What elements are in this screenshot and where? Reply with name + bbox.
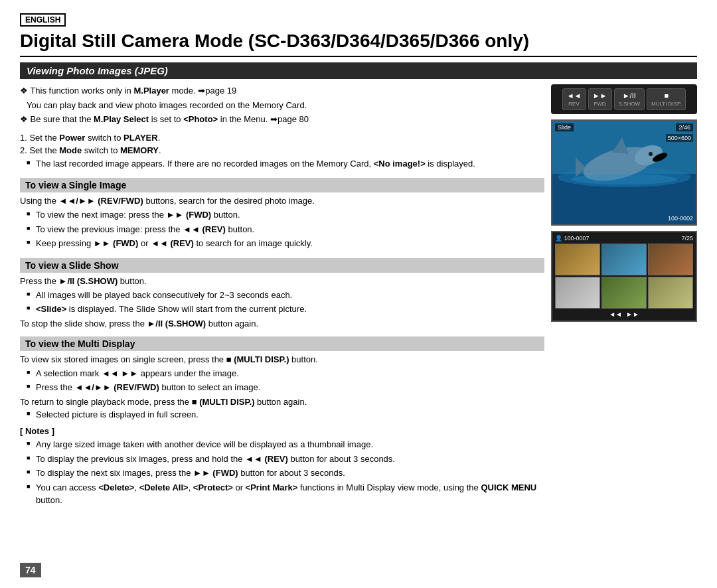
multi-icon-label: 👤 100-0007 bbox=[555, 235, 590, 242]
thumb-1 bbox=[555, 244, 600, 275]
slide-bullet-1: All images will be played back consecuti… bbox=[27, 289, 544, 302]
thumb-6 bbox=[648, 277, 693, 309]
slide-show-outro: To stop the slide show, press the ►/II (… bbox=[20, 319, 544, 329]
intro-line1: ❖ This function works only in M.Player m… bbox=[20, 84, 544, 98]
step2: 2. Set the Mode switch to MEMORY. bbox=[20, 144, 544, 157]
right-column: ◄◄ REV ►► FWD ►/II S.SHOW ■ MULTI DISP. bbox=[551, 84, 697, 510]
multi-nav: ◄◄ ►► bbox=[555, 311, 693, 318]
intro-block: ❖ This function works only in M.Player m… bbox=[20, 84, 544, 126]
multi-display-outro-bullets: Selected picture is displayed in full sc… bbox=[20, 408, 544, 421]
thumb-4 bbox=[555, 277, 600, 309]
intro-line1a: You can play back and view photo images … bbox=[20, 99, 544, 112]
step1: 1. Set the Power switch to PLAYER. bbox=[20, 131, 544, 145]
single-bullet-3: Keep pressing ►► (FWD) or ◄◄ (REV) to se… bbox=[27, 237, 544, 250]
steps-block: 1. Set the Power switch to PLAYER. 2. Se… bbox=[20, 131, 544, 171]
notes-bullets: Any large sized image taken with another… bbox=[20, 438, 544, 507]
sshow-icon: ►/II bbox=[619, 92, 640, 100]
subsection-slide-show-title: To view a Slide Show bbox=[20, 258, 544, 273]
multidisp-button[interactable]: ■ MULTI DISP. bbox=[647, 88, 686, 110]
notes-section: [ Notes ] Any large sized image taken wi… bbox=[20, 426, 544, 507]
multi-nav-rev[interactable]: ◄◄ bbox=[609, 311, 622, 318]
subsection-single-image-title: To view a Single Image bbox=[20, 178, 544, 192]
multi-display-bullets: A selection mark ◄◄ ►► appears under the… bbox=[20, 367, 544, 394]
multi-display-outro: To return to single playback mode, press… bbox=[20, 397, 544, 407]
note-3: To display the next six images, press th… bbox=[27, 467, 544, 480]
notes-title: [ Notes ] bbox=[20, 426, 544, 436]
sshow-button[interactable]: ►/II S.SHOW bbox=[614, 88, 645, 110]
image-overlay-top: Slide 2/46 bbox=[555, 123, 693, 131]
multi-grid bbox=[555, 244, 693, 309]
multi-outro-bullet: Selected picture is displayed in full sc… bbox=[27, 408, 544, 421]
page: ENGLISH Digital Still Camera Mode (SC-D3… bbox=[0, 0, 717, 588]
slide-show-bullets: All images will be played back consecuti… bbox=[20, 289, 544, 316]
rev-icon: ◄◄ bbox=[567, 92, 582, 100]
fwd-label: FWD bbox=[593, 101, 607, 107]
svg-point-7 bbox=[649, 152, 653, 156]
multi-nav-fwd[interactable]: ►► bbox=[626, 311, 639, 318]
multi-display: 👤 100-0007 7/25 ◄◄ ►► bbox=[551, 231, 697, 322]
note-4: You can access <Delete>, <Delete All>, <… bbox=[27, 481, 544, 507]
step3-bullet: The last recorded image appears. If ther… bbox=[27, 157, 544, 171]
note-1: Any large sized image taken with another… bbox=[27, 438, 544, 451]
remote-btn-group: ◄◄ REV ►► FWD ►/II S.SHOW ■ MULTI DISP. bbox=[562, 88, 686, 110]
svg-point-9 bbox=[571, 174, 677, 184]
image-resolution: 500×600 bbox=[666, 134, 693, 142]
left-column: ❖ This function works only in M.Player m… bbox=[20, 84, 544, 510]
remote-control: ◄◄ REV ►► FWD ►/II S.SHOW ■ MULTI DISP. bbox=[551, 84, 697, 114]
multidisp-icon: ■ bbox=[651, 92, 682, 100]
slide-label: Slide bbox=[555, 123, 574, 131]
note-2: To display the previous six images, pres… bbox=[27, 453, 544, 466]
single-bullet-1: To view the next image: press the ►► (FW… bbox=[27, 208, 544, 222]
multi-top-bar: 👤 100-0007 7/25 bbox=[555, 235, 693, 242]
thumb-3 bbox=[648, 244, 693, 275]
multi-bullet-2: Press the ◄◄/►► (REV/FWD) button to sele… bbox=[27, 381, 544, 394]
thumb-2 bbox=[601, 244, 647, 275]
multi-display-intro: To view six stored images on single scre… bbox=[20, 354, 544, 364]
page-number: 74 bbox=[20, 563, 41, 577]
page-title: Digital Still Camera Mode (SC-D363/D364/… bbox=[20, 31, 697, 57]
step-bullets: The last recorded image appears. If ther… bbox=[20, 157, 544, 171]
slide-show-intro: Press the ►/II (S.SHOW) button. bbox=[20, 276, 544, 286]
single-image-display: Slide 2/46 500×600 100-0002 bbox=[551, 119, 697, 226]
fwd-button[interactable]: ►► FWD bbox=[588, 88, 612, 110]
language-badge: ENGLISH bbox=[20, 13, 66, 27]
subsection-multi-display-title: To view the Multi Display bbox=[20, 336, 544, 351]
multidisp-label: MULTI DISP. bbox=[651, 101, 682, 107]
thumb-5 bbox=[601, 277, 647, 309]
multi-bullet-1: A selection mark ◄◄ ►► appears under the… bbox=[27, 367, 544, 380]
section-header: Viewing Photo Images (JPEG) bbox=[20, 62, 697, 79]
intro-line2: ❖ Be sure that the M.Play Select is set … bbox=[20, 113, 544, 126]
single-bullet-2: To view the previous image: press the ◄◄… bbox=[27, 223, 544, 236]
rev-button[interactable]: ◄◄ REV bbox=[562, 88, 586, 110]
sshow-label: S.SHOW bbox=[619, 101, 640, 107]
slide-bullet-2: <Slide> is displayed. The Slide Show wil… bbox=[27, 303, 544, 316]
fwd-icon: ►► bbox=[593, 92, 607, 100]
image-counter: 2/46 bbox=[676, 123, 693, 131]
rev-label: REV bbox=[567, 101, 582, 107]
multi-counter: 7/25 bbox=[681, 235, 693, 242]
single-image-bullets: To view the next image: press the ►► (FW… bbox=[20, 208, 544, 250]
content-area: ❖ This function works only in M.Player m… bbox=[20, 84, 697, 510]
single-image-intro: Using the ◄◄/►► (REV/FWD) buttons, searc… bbox=[20, 196, 544, 206]
image-filename: 100-0002 bbox=[668, 215, 693, 222]
